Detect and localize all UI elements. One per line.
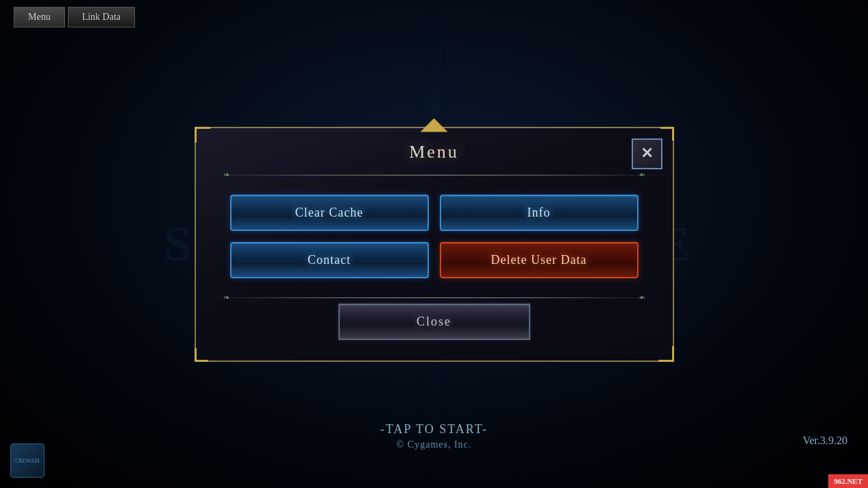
modal-corner-bl	[195, 348, 208, 362]
modal-overlay: Menu ✕ Clear Cache Info Contact Delete U…	[0, 0, 868, 488]
modal-button-grid: Clear Cache Info Contact Delete User Dat…	[196, 181, 673, 292]
modal-close-button[interactable]: Close	[338, 304, 530, 340]
modal-title: Menu	[409, 142, 459, 162]
modal-close-x-button[interactable]: ✕	[632, 138, 662, 169]
modal-divider-top	[210, 175, 659, 175]
modal-header: Menu ✕	[196, 128, 673, 169]
info-button[interactable]: Info	[440, 195, 638, 231]
clear-cache-button[interactable]: Clear Cache	[230, 195, 429, 231]
modal-footer: Close	[196, 304, 673, 340]
menu-modal: Menu ✕ Clear Cache Info Contact Delete U…	[195, 127, 674, 362]
delete-user-data-button[interactable]: Delete User Data	[440, 242, 638, 278]
contact-button[interactable]: Contact	[230, 242, 429, 278]
modal-divider-bottom	[210, 297, 659, 298]
